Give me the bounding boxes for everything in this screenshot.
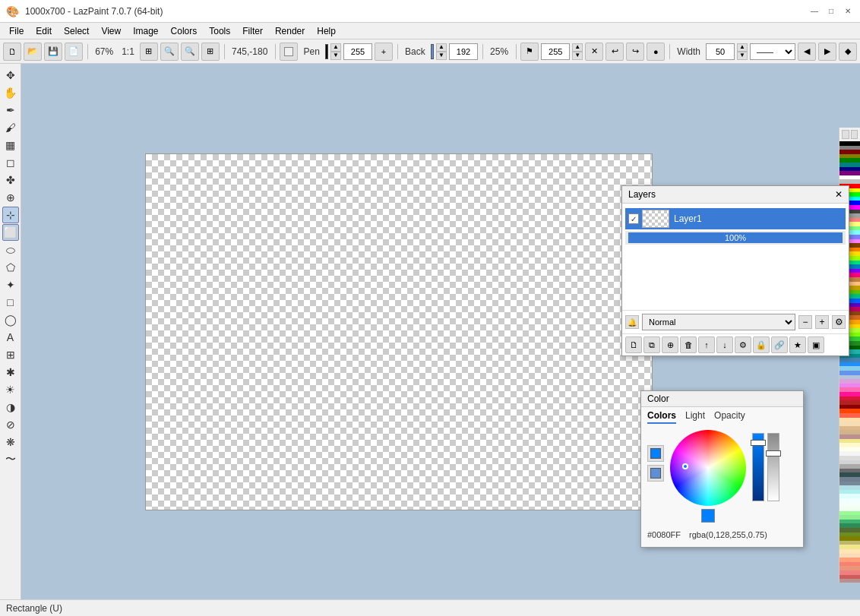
tb-open[interactable]: 📂 xyxy=(24,43,42,61)
blend-icon1[interactable]: 🔔 xyxy=(625,315,639,329)
blend-settings[interactable]: ⚙ xyxy=(832,315,846,329)
tb-dot[interactable]: ● xyxy=(647,43,665,61)
menu-item-edit[interactable]: Edit xyxy=(30,24,58,38)
effect-tool[interactable]: ✱ xyxy=(2,364,19,381)
canvas-area[interactable]: Layers ✕ ✓ Layer1 100% 🔔 Normal Multiply xyxy=(21,64,860,599)
tab-colors[interactable]: Colors xyxy=(647,410,676,424)
rect-select-tool[interactable]: ⬜ xyxy=(2,224,19,241)
width-up-btn[interactable]: ▲ xyxy=(737,43,748,52)
layer-up-btn[interactable]: ↑ xyxy=(698,336,715,353)
back-color-swatch[interactable] xyxy=(431,44,434,59)
window-controls[interactable]: — □ ✕ xyxy=(808,5,854,17)
select-move-tool[interactable]: ⊹ xyxy=(2,207,19,223)
tb-undo[interactable]: ↩ xyxy=(605,43,624,61)
layers-close-button[interactable]: ✕ xyxy=(835,189,843,200)
tb-grid[interactable]: ⊞ xyxy=(201,43,220,61)
tb-cap1[interactable]: ◀ xyxy=(798,43,816,61)
blend-mode-select[interactable]: Normal Multiply Screen Overlay xyxy=(642,314,795,330)
menu-item-tools[interactable]: Tools xyxy=(203,24,236,38)
menu-item-select[interactable]: Select xyxy=(58,24,95,38)
tb-clear[interactable]: ✕ xyxy=(585,43,603,61)
layer-down-btn[interactable]: ↓ xyxy=(716,336,733,353)
grain-tool[interactable]: ⊘ xyxy=(2,416,19,433)
darken-tool[interactable]: ◑ xyxy=(2,399,19,415)
blend-zoom-out[interactable]: − xyxy=(798,315,812,329)
layer-lock-btn[interactable]: 🔒 xyxy=(753,336,770,353)
transform-tool[interactable]: ⊞ xyxy=(2,346,19,363)
tb-zoom-fit[interactable]: ⊞ xyxy=(140,43,158,61)
blur-tool[interactable]: ❋ xyxy=(2,434,19,450)
blue-slider-thumb[interactable] xyxy=(751,440,766,446)
layer-row[interactable]: ✓ Layer1 xyxy=(625,208,846,229)
minimize-button[interactable]: — xyxy=(808,5,820,17)
layer-effects-btn[interactable]: ★ xyxy=(789,336,806,353)
lighten-tool[interactable]: ☀ xyxy=(2,381,19,398)
move-tool[interactable]: ✥ xyxy=(2,67,19,84)
menu-item-render[interactable]: Render xyxy=(269,24,311,38)
hand-tool[interactable]: ✋ xyxy=(2,84,19,101)
palette-toggle2[interactable] xyxy=(851,130,858,139)
pen-up-btn[interactable]: ▲ xyxy=(330,43,341,52)
fill-tool[interactable]: ▦ xyxy=(2,137,19,153)
tb-cap3[interactable]: ◆ xyxy=(839,43,857,61)
tb-zoom-in[interactable]: 🔍 xyxy=(160,43,179,61)
alpha-up-btn[interactable]: ▲ xyxy=(572,43,583,52)
layer-dup-btn[interactable]: ⧉ xyxy=(643,336,660,353)
ellipse-select-tool[interactable]: ⬭ xyxy=(2,242,19,258)
eraser-tool[interactable]: ◻ xyxy=(2,154,19,171)
tb-pen-btn1[interactable]: + xyxy=(375,43,393,61)
tb-saveas[interactable]: 📄 xyxy=(65,43,83,61)
layer-check[interactable]: ✓ xyxy=(628,213,639,224)
text-tool[interactable]: A xyxy=(2,329,19,346)
layer-opacity-bar[interactable]: 100% xyxy=(628,232,843,243)
opacity-slider-thumb[interactable] xyxy=(766,450,781,456)
line-style-dropdown[interactable]: —— - - - ··· xyxy=(750,43,795,60)
fg-color-btn[interactable] xyxy=(647,445,664,462)
layer-new-btn[interactable]: 🗋 xyxy=(625,336,642,353)
layer-del-btn[interactable]: 🗑 xyxy=(680,336,697,353)
pen-down-btn[interactable]: ▼ xyxy=(330,52,341,60)
tb-new[interactable]: 🗋 xyxy=(3,43,21,61)
polygon-select-tool[interactable]: ⬠ xyxy=(2,259,19,276)
back-up-btn[interactable]: ▲ xyxy=(436,43,447,52)
palette-toggle1[interactable] xyxy=(842,130,849,139)
tb-flag1[interactable]: ⚑ xyxy=(520,43,539,61)
tb-save[interactable]: 💾 xyxy=(44,43,62,61)
colorpick-tool[interactable]: ✤ xyxy=(2,172,19,188)
layer-props-btn[interactable]: ⚙ xyxy=(735,336,751,353)
pen-alpha-input[interactable] xyxy=(343,43,372,60)
maximize-button[interactable]: □ xyxy=(825,5,837,17)
palette-color-103[interactable] xyxy=(839,579,860,583)
layer-flatten-btn[interactable]: ▣ xyxy=(808,336,824,353)
rect-tool[interactable]: □ xyxy=(2,294,19,311)
smudge-tool[interactable]: 〜 xyxy=(2,451,19,468)
opacity-slider[interactable] xyxy=(767,433,779,501)
menu-item-colors[interactable]: Colors xyxy=(165,24,204,38)
ellipse-tool[interactable]: ◯ xyxy=(2,311,19,328)
close-button[interactable]: ✕ xyxy=(842,5,854,17)
fg-swatch[interactable] xyxy=(701,509,715,523)
back-value-input[interactable] xyxy=(449,43,478,60)
layer-link-btn[interactable]: 🔗 xyxy=(771,336,788,353)
tb-cap2[interactable]: ▶ xyxy=(818,43,836,61)
menu-item-filter[interactable]: Filter xyxy=(236,24,269,38)
width-down-btn[interactable]: ▼ xyxy=(737,52,748,60)
tb-back-color[interactable] xyxy=(280,43,298,61)
layer-merge-btn[interactable]: ⊕ xyxy=(662,336,678,353)
menu-item-view[interactable]: View xyxy=(95,24,127,38)
back-down-btn[interactable]: ▼ xyxy=(436,52,447,60)
pen-tool[interactable]: ✒ xyxy=(2,102,19,118)
menu-item-image[interactable]: Image xyxy=(127,24,164,38)
tab-light[interactable]: Light xyxy=(685,410,705,424)
clone-tool[interactable]: ⊕ xyxy=(2,189,19,206)
canvas[interactable] xyxy=(145,153,653,510)
alpha-down-btn[interactable]: ▼ xyxy=(572,52,583,60)
menu-item-file[interactable]: File xyxy=(3,24,30,38)
magic-wand-tool[interactable]: ✦ xyxy=(2,276,19,293)
tab-opacity[interactable]: Opacity xyxy=(714,410,745,424)
brush-tool[interactable]: 🖌 xyxy=(2,119,19,136)
color-wheel[interactable] xyxy=(670,430,746,506)
menu-item-help[interactable]: Help xyxy=(311,24,342,38)
tb-redo[interactable]: ↪ xyxy=(626,43,644,61)
blend-zoom-in[interactable]: + xyxy=(815,315,829,329)
